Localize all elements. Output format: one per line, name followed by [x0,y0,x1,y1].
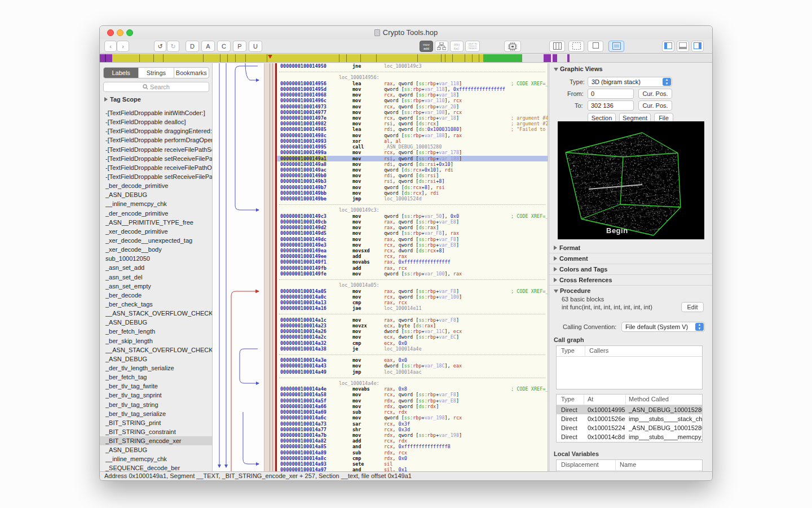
sidebar-label-item[interactable]: _der_tlv_length_serialize [100,364,212,373]
disasm-instruction-row[interactable]: 0000000100014956learax, qword [ss:rbp+va… [277,81,548,86]
sidebar-label-item[interactable]: _ber_decode_primitive [100,181,212,190]
call-row[interactable]: Direct0x10001526eimp___stubs____stack_ch… [557,414,702,423]
sidebar-label-item[interactable]: -[TextFieldDroppable draggingEntered:] [100,126,212,135]
sidebar-label-item[interactable]: _asn_set_add [100,263,212,272]
call-row[interactable]: Direct0x100014995_ASN_DEBUG_100015280 [557,405,702,414]
mode-undefined-button[interactable]: U [249,41,262,52]
disasm-instruction-row[interactable]: 0000000100014a58movrcx, qword [ss:rbp+va… [277,392,548,397]
disasm-instruction-row[interactable]: 0000000100014a93setesil [277,461,548,467]
mode-ascii-button[interactable]: A [201,41,215,52]
disasm-instruction-row[interactable]: 0000000100014950jneloc_1000149c3 [277,63,548,69]
sidebar-label-item[interactable]: -[TextFieldDroppable setReceiveFilePat… [100,172,212,181]
disasm-instruction-row[interactable]: 0000000100014a69subrcx, rdx [277,409,548,415]
hex-view-button[interactable]: 0B1F 7B79D3 212B4A 69 [465,41,480,52]
disasm-instruction-row[interactable]: 0000000100014a6cmovqword [ss:rbp+var_198… [277,415,548,421]
from-cur-pos-button[interactable]: Cur. Pos. [638,89,672,99]
sidebar-label-item[interactable]: _ber_tlv_tag_fwrite [100,382,212,391]
disasm-instruction-row[interactable]: 0000000100014a8ccmprdx, 0x0 [277,456,548,461]
call-row[interactable]: Direct0x100015224_ASN_DEBUG_100015280 [557,423,702,432]
disasm-instruction-row[interactable]: 000000010001497emovrcx, qword [ss:rbp+va… [277,115,548,121]
disasm-instruction-row[interactable]: 0000000100014985leardi, qword [ds:0x1000… [277,126,548,132]
disasm-instruction-row[interactable]: 0000000100014a66movrdx, qword [ds:rdx] [277,404,548,409]
disasm-instruction-row[interactable]: 00000001000149f1movabsrax, 0xfffffffffff… [277,259,548,265]
redo-button[interactable]: ↻ [167,41,179,52]
sidebar-label-item[interactable]: -[TextFieldDroppable receiveFilePathSel… [100,145,212,154]
type-dropdown[interactable]: 3D (bigram stack) ▲▼ [588,77,672,87]
disasm-instruction-row[interactable]: 00000001000149b3movrsi, qword [ds:rsi+8] [277,178,548,184]
dashed-layout-button[interactable] [568,41,584,52]
callers-table[interactable]: Type Callers [556,345,703,389]
edit-button[interactable]: Edit [681,302,704,312]
navigation-map[interactable] [100,54,712,63]
disasm-instruction-row[interactable]: 00000001000149b7movqword [ds:rcx+8], rsi [277,185,548,190]
disasm-label-row[interactable]: loc_1000149c3: [277,207,548,213]
disasm-instruction-row[interactable]: 00000001000149fbaddrax, rcx [277,265,548,271]
disasm-instruction-row[interactable]: 0000000100014a0cmovrcx, qword [ss:rbp+va… [277,294,548,300]
tag-scope-row[interactable]: Tag Scope [104,96,141,103]
disasm-instruction-row[interactable]: 00000001000149bbmovqword [ds:rcx], rdi [277,190,548,196]
disasm-instruction-row[interactable]: 00000001000149dcmovrax, qword [ss:rbp+va… [277,237,548,242]
disassembly-view[interactable]: 0000000100014950jneloc_1000149c3loc_1000… [277,63,548,472]
disasm-instruction-row[interactable]: 0000000100014a89subrdx, rcx [277,450,548,456]
cpu-button[interactable] [504,41,521,52]
disasm-instruction-row[interactable]: 000000010001498cmovqword [ss:rbp+var_188… [277,133,548,138]
sidebar-label-item[interactable]: _BIT_STRING_encode_xer [100,436,212,445]
assembly-view-button[interactable]: movadd [420,41,433,52]
sidebar-label-item[interactable]: _BIT_STRING_constraint [100,427,212,436]
sidebar-label-item[interactable]: _ASN_DEBUG [100,354,212,364]
bottom-panel-toggle[interactable] [677,41,689,52]
disasm-instruction-row[interactable]: 00000001000149a1movrsi, qword [ss:rbp+va… [277,156,548,161]
sidebar-label-item[interactable]: _ber_tlv_tag_serialize [100,409,212,418]
section-format[interactable]: Format [549,243,713,253]
to-input[interactable]: 302 136 [588,100,634,111]
from-input[interactable]: 0 [588,89,634,99]
disasm-instruction-row[interactable]: 00000001000149c3movqword [ss:rbp+var_50]… [277,213,548,219]
call-row[interactable]: Direct0x100014c8dimp___stubs____memcpy_c… [557,432,702,441]
sidebar-label-item[interactable]: _ber_tlv_tag_snprint [100,391,212,400]
sidebar-label-item[interactable]: -[TextFieldDroppable setReceiveFilePat… [100,154,212,163]
disasm-instruction-row[interactable]: 00000001000149b0movrdi, qword [ds:rsi] [277,173,548,178]
disasm-instruction-row[interactable]: 0000000100014a05movrax, qword [ss:rbp+va… [277,288,548,294]
back-button[interactable]: ‹ [104,41,117,52]
search-input[interactable]: Search [103,82,209,92]
disasm-instruction-row[interactable]: 00000001000149bejmploc_10001524d [277,196,548,202]
section-comment[interactable]: Comment [549,253,713,264]
disasm-label-row[interactable]: loc_100014a4e: [277,380,548,386]
sidebar-label-item[interactable]: _ASN_DEBUG [100,190,212,199]
calls-table[interactable]: Type At Method Called Direct0x100014995_… [556,394,703,443]
sidebar-label-item[interactable]: _ASN_DEBUG [100,318,212,327]
sidebar-label-item[interactable]: _xer_decode__unexpected_tag [100,236,212,245]
disasm-instruction-row[interactable]: 0000000100014a38jeloc_100014a4e [277,346,548,352]
disasm-instruction-row[interactable]: 00000001000149d5movqword [ss:rbp+var_F8]… [277,230,548,236]
sidebar-label-item[interactable]: __inline_memcpy_chk [100,199,212,208]
disasm-instruction-row[interactable]: 00000001000149a8movrdi, qword [ds:rsi+0x… [277,161,548,167]
disasm-instruction-row[interactable]: 0000000100014a26movdword [ss:rbp+var_11C… [277,329,548,334]
sidebar-label-item[interactable]: _xer_decode_primitive [100,227,212,236]
sidebar-label-item[interactable]: -[TextFieldDroppable dealloc] [100,117,212,126]
disasm-instruction-row[interactable]: 00000001000149e3movrcx, qword [ss:rbp+va… [277,242,548,248]
sidebar-label-item[interactable]: _ber_decode [100,291,212,300]
disasm-instruction-row[interactable]: 0000000100014977movqword [ss:rbp+var_108… [277,110,548,115]
disasm-label-row[interactable]: loc_100014956: [277,75,548,80]
disasm-instruction-row[interactable]: 0000000100014a13cmprax, rcx [277,300,548,305]
sidebar-label-item[interactable]: _ber_fetch_length [100,327,212,336]
pseudocode-view-button[interactable]: if(b)f(a): [450,41,464,52]
cfg-view-button[interactable] [435,41,448,52]
sidebar-label-item[interactable]: sub_100012050 [100,254,212,263]
disasm-instruction-row[interactable]: 0000000100014982movrsi, qword [ds:rcx]; … [277,121,548,126]
disasm-instruction-row[interactable]: 0000000100014a85andrcx, 0xffffffffffffff… [277,444,548,449]
columns-layout-button[interactable] [549,41,565,52]
disasm-instruction-row[interactable]: 00000001000149acmovqword [ds:rcx+0x10], … [277,167,548,173]
undo-button[interactable]: ↺ [154,41,166,52]
sidebar-label-item[interactable]: __ASN_STACK_OVERFLOW_CHECK [100,345,212,354]
disasm-instruction-row[interactable]: 0000000100014a77shrrcx, 0x3d [277,427,548,432]
disasm-instruction-row[interactable]: 0000000100014a7bmovrdx, qword [ss:rbp+va… [277,432,548,438]
sidebar-label-item[interactable]: _ber_fetch_tag [100,373,212,382]
sidebar-label-item[interactable]: _ber_tlv_tag_string [100,400,212,409]
disasm-instruction-row[interactable]: 0000000100014a5fmovrdx, qword [ss:rbp+va… [277,398,548,404]
section-colors-tags[interactable]: Colors and Tags [549,264,713,275]
tab-bookmarks[interactable]: Bookmarks [174,68,209,78]
sidebar-label-item[interactable]: __inline_memcpy_chk [100,454,212,463]
sidebar-label-item[interactable]: -[TextFieldDroppable initWithCoder:] [100,108,212,117]
sidebar-label-item[interactable]: __ASN_STACK_OVERFLOW_CHECK [100,309,212,318]
